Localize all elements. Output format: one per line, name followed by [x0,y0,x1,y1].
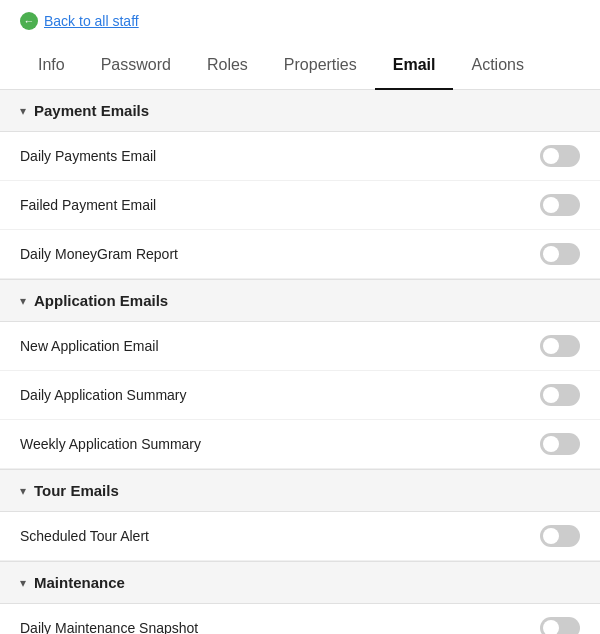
email-row-label-new-application-email: New Application Email [20,338,159,354]
tab-password[interactable]: Password [83,42,189,90]
section-header-tour-emails[interactable]: ▾Tour Emails [0,469,600,512]
toggle-daily-payments-email[interactable] [540,145,580,167]
email-row-scheduled-tour-alert: Scheduled Tour Alert [0,512,600,561]
section-header-maintenance[interactable]: ▾Maintenance [0,561,600,604]
toggle-new-application-email[interactable] [540,335,580,357]
toggle-daily-application-summary[interactable] [540,384,580,406]
toggle-slider-scheduled-tour-alert [540,525,580,547]
section-header-application-emails[interactable]: ▾Application Emails [0,279,600,322]
toggle-slider-failed-payment-email [540,194,580,216]
toggle-slider-weekly-application-summary [540,433,580,455]
section-title-tour-emails: Tour Emails [34,482,119,499]
email-row-label-daily-application-summary: Daily Application Summary [20,387,187,403]
back-arrow-icon [20,12,38,30]
toggle-daily-moneygram-report[interactable] [540,243,580,265]
tab-roles[interactable]: Roles [189,42,266,90]
email-row-daily-payments-email: Daily Payments Email [0,132,600,181]
email-row-label-daily-payments-email: Daily Payments Email [20,148,156,164]
email-row-label-daily-moneygram-report: Daily MoneyGram Report [20,246,178,262]
chevron-down-icon: ▾ [20,484,26,498]
toggle-slider-new-application-email [540,335,580,357]
back-to-all-staff-link[interactable]: Back to all staff [44,13,139,29]
chevron-down-icon: ▾ [20,576,26,590]
email-settings-content: ▾Payment EmailsDaily Payments EmailFaile… [0,90,600,634]
tab-email[interactable]: Email [375,42,454,90]
email-row-daily-application-summary: Daily Application Summary [0,371,600,420]
tab-actions[interactable]: Actions [453,42,541,90]
email-row-new-application-email: New Application Email [0,322,600,371]
toggle-weekly-application-summary[interactable] [540,433,580,455]
email-row-weekly-application-summary: Weekly Application Summary [0,420,600,469]
section-header-payment-emails[interactable]: ▾Payment Emails [0,90,600,132]
email-row-daily-maintenance-snapshot: Daily Maintenance Snapshot [0,604,600,634]
toggle-slider-daily-moneygram-report [540,243,580,265]
email-row-daily-moneygram-report: Daily MoneyGram Report [0,230,600,279]
chevron-down-icon: ▾ [20,104,26,118]
section-title-maintenance: Maintenance [34,574,125,591]
toggle-daily-maintenance-snapshot[interactable] [540,617,580,634]
nav-tabs: InfoPasswordRolesPropertiesEmailActions [0,42,600,90]
email-row-label-daily-maintenance-snapshot: Daily Maintenance Snapshot [20,620,198,634]
section-title-application-emails: Application Emails [34,292,168,309]
email-row-label-weekly-application-summary: Weekly Application Summary [20,436,201,452]
tab-properties[interactable]: Properties [266,42,375,90]
toggle-slider-daily-payments-email [540,145,580,167]
toggle-failed-payment-email[interactable] [540,194,580,216]
email-row-failed-payment-email: Failed Payment Email [0,181,600,230]
back-link-bar: Back to all staff [0,0,600,42]
toggle-slider-daily-maintenance-snapshot [540,617,580,634]
toggle-slider-daily-application-summary [540,384,580,406]
email-row-label-failed-payment-email: Failed Payment Email [20,197,156,213]
toggle-scheduled-tour-alert[interactable] [540,525,580,547]
tab-info[interactable]: Info [20,42,83,90]
chevron-down-icon: ▾ [20,294,26,308]
section-title-payment-emails: Payment Emails [34,102,149,119]
email-row-label-scheduled-tour-alert: Scheduled Tour Alert [20,528,149,544]
